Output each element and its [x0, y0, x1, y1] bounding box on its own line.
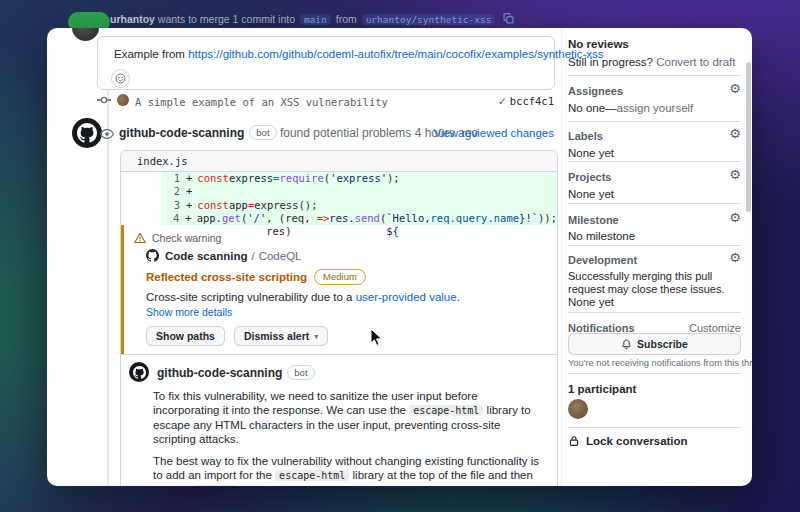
inline-code: escape-html: [409, 405, 483, 416]
gear-icon[interactable]: ⚙: [729, 169, 741, 181]
projects-empty: None yet: [568, 188, 614, 200]
no-one-label: No one—: [568, 102, 617, 114]
comment-paragraph: To fix this vulnerability, we need to sa…: [153, 389, 546, 446]
severity-badge: Medium: [314, 269, 366, 285]
diff-plus-sign: +: [186, 172, 192, 185]
copy-icon[interactable]: [503, 13, 514, 24]
gear-icon[interactable]: ⚙: [729, 252, 741, 264]
assignees-title[interactable]: Assignees: [568, 85, 623, 97]
development-empty: None yet: [568, 296, 614, 308]
milestone-title[interactable]: Milestone: [568, 214, 619, 226]
sidebar: No reviews Still in progress? Convert to…: [568, 28, 741, 486]
projects-title[interactable]: Projects: [568, 171, 611, 183]
diff-line: 2+: [121, 185, 557, 198]
code-segment: ));: [538, 212, 557, 225]
line-number: 4: [173, 212, 179, 225]
show-paths-button[interactable]: Show paths: [146, 326, 225, 346]
head-branch-chip[interactable]: urhantoy/synthetic-xss: [362, 14, 496, 25]
pr-description-card: Example from https://github.com/github/c…: [97, 36, 555, 90]
example-url-link[interactable]: https://github.com/github/codeml-autofix…: [188, 48, 603, 60]
sidebar-divider: [568, 373, 741, 374]
alert-buttons-row: Show paths Dismiss alert▾: [124, 326, 557, 346]
inline-code: escape-html: [275, 470, 349, 481]
code-scanning-row: Code scanning / CodeQL: [124, 248, 557, 263]
bot-avatar[interactable]: [72, 118, 102, 148]
notifications-note: You're not receiving notifications from …: [568, 358, 752, 368]
mouse-cursor: [370, 328, 383, 347]
code-segment: express: [229, 172, 273, 185]
sidebar-divider: [568, 245, 741, 246]
development-title[interactable]: Development: [568, 254, 637, 266]
bot-comment-author-row: github-code-scanningbot: [157, 365, 315, 380]
smiley-icon: [115, 73, 126, 84]
gear-icon[interactable]: ⚙: [729, 83, 741, 95]
subscribe-button[interactable]: Subscribe: [568, 333, 741, 355]
alert-title[interactable]: Reflected cross-site scripting: [146, 271, 307, 283]
lock-conversation-button[interactable]: Lock conversation: [568, 435, 688, 447]
reaction-button[interactable]: [111, 69, 130, 88]
eye-icon: [100, 127, 114, 141]
screenshot-stage: urhantoy wants to merge 1 commit into ma…: [0, 0, 800, 512]
bot-comment-avatar[interactable]: [129, 362, 149, 382]
diff-added-line: 1+const express = require('express');: [161, 172, 557, 185]
github-logo-icon: [133, 366, 146, 379]
commit-icon: [97, 93, 111, 107]
diff-gutter: [121, 212, 161, 225]
gear-icon[interactable]: ⚙: [729, 212, 741, 224]
code-segment: 'express': [330, 172, 387, 185]
user-provided-value-link[interactable]: user-provided value: [356, 291, 457, 303]
line-number: 2: [173, 185, 180, 198]
tool-separator: /: [251, 250, 254, 262]
base-branch-chip[interactable]: main: [300, 14, 331, 25]
sidebar-divider: [568, 427, 741, 428]
check-warning-annotation: Check warning Code scanning / CodeQL Ref…: [121, 225, 557, 354]
still-in-progress-label: Still in progress?: [568, 56, 653, 68]
sidebar-divider: [568, 161, 741, 162]
convert-to-draft-row: Still in progress? Convert to draft: [568, 56, 735, 68]
review-card: index.js 1+const express = require('expr…: [120, 150, 558, 486]
gear-icon[interactable]: ⚙: [729, 128, 741, 140]
code-segment: const: [197, 172, 229, 185]
commit-author-avatar[interactable]: [117, 94, 129, 106]
lock-icon: [568, 435, 580, 447]
milestone-empty: No milestone: [568, 230, 635, 242]
assign-yourself-link[interactable]: assign yourself: [617, 102, 694, 114]
show-more-details-link[interactable]: Show more details: [146, 306, 232, 318]
check-icon: ✓: [498, 95, 507, 107]
commit-sha[interactable]: bccf4c1: [510, 95, 554, 107]
diff-plus-sign: +: [186, 185, 192, 198]
code-segment: get: [222, 212, 241, 225]
diff-line: 1+const express = require('express');: [121, 172, 557, 185]
sidebar-divider: [568, 312, 741, 313]
pr-merge-summary: urhantoy wants to merge 1 commit into ma…: [110, 13, 514, 25]
sidebar-divider: [568, 203, 741, 204]
bot-comment: github-code-scanningbot To fix this vuln…: [121, 355, 557, 486]
development-body: Successfully merging this pull request m…: [568, 270, 741, 296]
participant-avatar[interactable]: [568, 399, 588, 419]
diff-plus-sign: +: [186, 199, 192, 212]
commit-message[interactable]: A simple example of an XSS vulnerability: [135, 96, 388, 108]
inline-code: escape: [194, 485, 238, 486]
github-logo-icon: [77, 123, 97, 143]
show-more-row: Show more details: [124, 306, 557, 318]
dismiss-alert-button[interactable]: Dismiss alert▾: [234, 326, 328, 346]
warning-icon: [134, 232, 146, 244]
alert-title-row: Reflected cross-site scripting Medium: [124, 269, 557, 285]
convert-to-draft-link[interactable]: Convert to draft: [653, 56, 735, 68]
code-segment: req.query.name: [431, 212, 520, 225]
review-author[interactable]: github-code-scanning: [119, 126, 244, 140]
scrollbar-thumb[interactable]: [746, 62, 751, 212]
labels-title[interactable]: Labels: [568, 130, 603, 142]
bot-comment-author[interactable]: github-code-scanning: [157, 366, 282, 380]
code-segment: express();: [254, 199, 317, 212]
code-segment: `Hello, ${: [386, 212, 430, 225]
tool-name[interactable]: Code scanning: [165, 250, 247, 262]
diff-file-header[interactable]: index.js: [121, 151, 557, 172]
from-word: from: [336, 13, 357, 25]
view-reviewed-changes-link[interactable]: View reviewed changes: [433, 127, 554, 139]
code-segment: send: [355, 212, 380, 225]
review-event-header: github-code-scanningbot found potential …: [119, 125, 478, 140]
line-number: 3: [173, 199, 180, 212]
pr-author: urhantoy: [110, 13, 155, 25]
diff-added-line: 3+const app = express();: [161, 199, 557, 212]
